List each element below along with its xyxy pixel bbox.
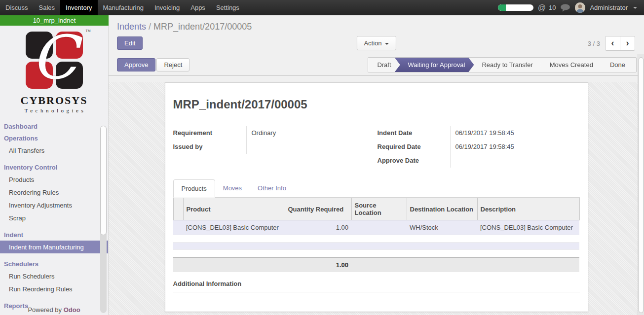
table-row[interactable]: [CONS_DEL03] Basic Computer 1.00 WH/Stoc… <box>173 220 579 235</box>
nav-item-invoicing[interactable]: Invoicing <box>149 0 185 15</box>
field-label-issued-by: Issued by <box>173 140 246 154</box>
sidebar-item-reordering-rules[interactable]: Reordering Rules <box>0 186 108 199</box>
field-group-right: Indent Date 06/19/2017 19:58:45 Required… <box>378 126 580 168</box>
cybrosys-logo-icon: C TM <box>26 32 83 89</box>
sidebar-item-all-transfers[interactable]: All Transfers <box>0 144 108 157</box>
field-label-requirement: Requirement <box>173 126 246 140</box>
tab-products[interactable]: Products <box>173 179 215 198</box>
sidebar-heading-indent[interactable]: Indent <box>0 229 108 241</box>
sidebar-item-scrap[interactable]: Scrap <box>0 211 108 224</box>
nav-item-inventory[interactable]: Inventory <box>60 0 97 15</box>
status-step-waiting-for-approval[interactable]: Waiting for Approval <box>395 58 474 72</box>
progress-pill <box>498 4 533 11</box>
user-menu[interactable]: Administrator <box>590 4 628 11</box>
products-table: Product Quantity Required Source Locatio… <box>173 198 580 272</box>
status-step-moves-created[interactable]: Moves Created <box>536 58 602 72</box>
nav-item-sales[interactable]: Sales <box>34 0 61 15</box>
odoo-brand-link[interactable]: Odoo <box>64 306 80 314</box>
action-dropdown-button[interactable]: Action <box>356 36 396 50</box>
tab-moves[interactable]: Moves <box>215 179 250 198</box>
pager-next-button[interactable]: › <box>620 36 635 51</box>
sidebar-heading-schedulers[interactable]: Schedulers <box>0 258 108 270</box>
main-area: Indents/MRP_indent/2017/00005 Edit Actio… <box>109 15 644 315</box>
additional-information-label: Additional Information <box>173 280 580 287</box>
sidebar-item-products[interactable]: Products <box>0 173 108 186</box>
sidebar-item-run-reordering-rules[interactable]: Run Reordering Rules <box>0 282 108 295</box>
table-row-empty <box>173 250 579 258</box>
column-header-product[interactable]: Product <box>183 198 285 220</box>
breadcrumb-parent-link[interactable]: Indents <box>117 22 146 32</box>
company-logo: C TM CYBROSYS Technologies <box>0 26 108 113</box>
logo-trademark: TM <box>85 29 90 33</box>
cell-description[interactable]: [CONS_DEL03] Basic Computer <box>477 220 579 235</box>
field-value-issued-by[interactable] <box>246 140 378 154</box>
chat-icon[interactable] <box>560 4 570 12</box>
field-label-indent-date: Indent Date <box>378 126 450 140</box>
edit-button[interactable]: Edit <box>117 36 143 50</box>
field-label-approve-date: Approve Date <box>378 154 450 168</box>
nav-item-settings[interactable]: Settings <box>211 0 245 15</box>
table-header-row: Product Quantity Required Source Locatio… <box>173 198 579 220</box>
status-step-draft[interactable]: Draft <box>368 58 400 72</box>
cell-product[interactable]: [CONS_DEL03] Basic Computer <box>183 220 285 235</box>
avatar[interactable] <box>575 2 585 13</box>
approve-button[interactable]: Approve <box>117 58 155 71</box>
reject-button[interactable]: Reject <box>156 58 189 71</box>
mention-at-icon[interactable]: @ <box>538 3 546 12</box>
sidebar-heading-dashboard[interactable]: Dashboard <box>0 120 108 132</box>
action-caret-icon <box>385 43 389 45</box>
sidebar-heading-inventory-control[interactable]: Inventory Control <box>0 161 108 173</box>
tab-other-info[interactable]: Other Info <box>250 179 294 198</box>
sidebar-scrollbar[interactable] <box>100 126 107 313</box>
field-value-required-date[interactable]: 06/19/2017 19:58:45 <box>450 140 560 154</box>
main-scrollbar[interactable] <box>638 54 644 315</box>
field-value-indent-date[interactable]: 06/19/2017 19:58:45 <box>450 126 560 140</box>
sidebar-item-indent-from-manufacturing[interactable]: Indent from Manufacturing <box>0 241 108 253</box>
table-row-empty <box>173 243 579 250</box>
powered-by: Powered by Odoo <box>0 306 108 314</box>
status-step-done[interactable]: Done <box>597 58 636 72</box>
column-header-destination-location[interactable]: Destination Location <box>407 198 477 220</box>
breadcrumb: Indents/MRP_indent/2017/00005 <box>109 15 644 35</box>
table-footer-row: 1.00 <box>173 257 579 272</box>
sidebar-item-run-schedulers[interactable]: Run Schedulers <box>0 270 108 282</box>
cell-quantity-required[interactable]: 1.00 <box>285 220 351 235</box>
sidebar-scrollbar-thumb[interactable] <box>100 126 107 235</box>
chevron-right-icon: › <box>626 38 629 47</box>
workflow-buttons: Approve Reject <box>117 58 189 71</box>
column-header-quantity-required[interactable]: Quantity Required <box>285 198 351 220</box>
sidebar-heading-operations[interactable]: Operations <box>0 132 108 144</box>
breadcrumb-separator: / <box>149 22 151 32</box>
row-handle-cell <box>173 220 183 235</box>
mention-count[interactable]: 10 <box>549 4 556 11</box>
column-header-handle <box>173 198 183 220</box>
column-header-description[interactable]: Description <box>477 198 579 220</box>
field-value-approve-date[interactable] <box>450 154 560 168</box>
nav-item-apps[interactable]: Apps <box>185 0 211 15</box>
total-quantity: 1.00 <box>285 257 351 272</box>
nav-item-discuss[interactable]: Discuss <box>0 0 34 15</box>
field-label-required-date: Required Date <box>378 140 450 154</box>
pager-previous-button[interactable]: ‹ <box>605 36 620 51</box>
table-row-empty <box>173 235 579 243</box>
additional-information-divider <box>173 292 580 292</box>
sidebar-item-inventory-adjustments[interactable]: Inventory Adjustments <box>0 199 108 211</box>
nav-item-manufacturing[interactable]: Manufacturing <box>98 0 149 15</box>
form-sheet: MRP_indent/2017/00005 Requirement Ordina… <box>165 82 588 312</box>
breadcrumb-current: MRP_indent/2017/00005 <box>153 22 252 32</box>
database-badge: 10_mrp_indnet <box>0 15 109 26</box>
logo-brand-text: CYBROSYS <box>0 94 108 107</box>
cell-destination-location[interactable]: WH/Stock <box>407 220 477 235</box>
main-scrollbar-thumb[interactable] <box>639 57 644 313</box>
form-canvas: MRP_indent/2017/00005 Requirement Ordina… <box>109 82 644 315</box>
logo-brand-subtext: Technologies <box>0 107 108 113</box>
column-header-source-location[interactable]: Source Location <box>351 198 407 220</box>
statusbar: Draft Waiting for Approval Ready to Tran… <box>368 57 637 72</box>
progress-fill <box>498 4 506 11</box>
sidebar: C TM CYBROSYS Technologies Dashboard Ope… <box>0 26 109 315</box>
user-caret-icon[interactable] <box>633 7 637 9</box>
status-step-ready-to-transfer[interactable]: Ready to Transfer <box>468 58 541 72</box>
cell-source-location[interactable] <box>351 220 407 235</box>
record-title: MRP_indent/2017/00005 <box>173 98 580 111</box>
field-value-requirement[interactable]: Ordinary <box>246 126 378 140</box>
